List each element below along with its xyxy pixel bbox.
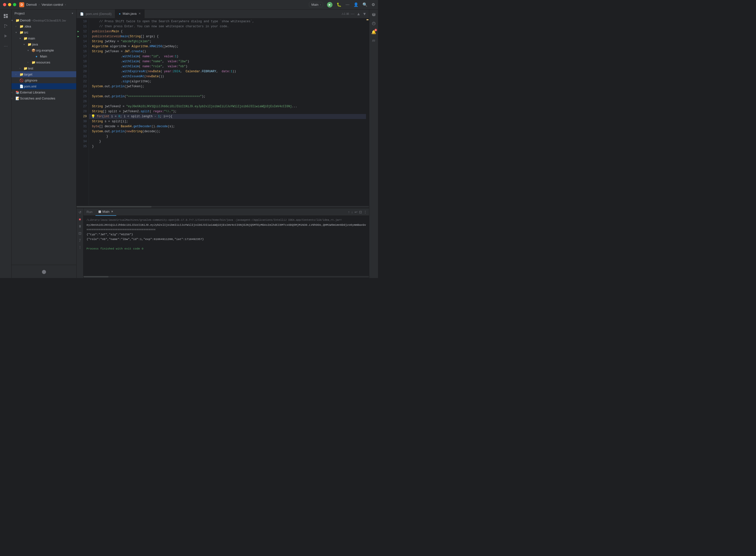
tab-close-icon[interactable]: ✕	[138, 12, 141, 15]
sidebar-item-idea[interactable]: › 📁 .idea	[11, 23, 76, 29]
editor-scrollbar[interactable]	[76, 206, 369, 208]
bottom-scrollbar[interactable]	[83, 276, 369, 278]
hint-bulb-icon[interactable]: 💡	[91, 114, 95, 119]
folder-icon: 📁	[15, 19, 20, 22]
titlebar-center: D Demo8 › Version control ›	[19, 2, 66, 7]
activity-more-icon[interactable]: ⋯	[1, 41, 10, 50]
bottom-tab-run[interactable]: Run	[83, 208, 96, 216]
tree-arrow-icon: ▾	[24, 43, 28, 46]
sidebar-item-pom-xml[interactable]: 📄 pom.xml	[11, 83, 76, 89]
search-icon[interactable]: 🔍	[363, 2, 368, 7]
tree-item-label: main	[28, 36, 74, 40]
svg-rect-1	[6, 14, 8, 15]
sidebar-item-java[interactable]: ▾ 📁 java	[11, 41, 76, 47]
sidebar-item-main-class[interactable]: ● Main	[11, 53, 76, 59]
line-num-33: 33	[76, 134, 89, 139]
collapse-icon[interactable]: ▲	[356, 11, 361, 17]
svg-marker-7	[4, 35, 7, 37]
code-line-25: System.out.println("====================…	[89, 94, 366, 99]
sidebar-item-target[interactable]: › 📁 target	[11, 71, 76, 77]
right-sidebar-notification-icon[interactable]: 🔔 2	[370, 29, 377, 35]
tree-item-label: .gitignore	[24, 78, 74, 82]
sidebar-item-external-libs[interactable]: › 📚 External Libraries	[11, 89, 76, 95]
vc-label[interactable]: Version control	[41, 3, 63, 6]
code-line-13: public static void main(String[] args) {	[89, 34, 366, 39]
code-line-32: System.out.println(new String(decode));	[89, 129, 366, 134]
sidebar-item-scratches[interactable]: › 📝 Scratches and Consoles	[11, 95, 76, 101]
bottom-tab-close-icon[interactable]: ✕	[111, 210, 113, 213]
right-panel: 📄 pom.xml (Demo8) ● Main.java ✕ ⚠1 ℹ6 ⋯ …	[76, 9, 369, 278]
folder-icon: 📁	[28, 42, 32, 46]
xml-icon: 📄	[20, 84, 24, 88]
debug-icon[interactable]: 🐛	[337, 2, 342, 7]
expand-icon[interactable]: ▼	[362, 11, 367, 17]
sidebar-item-gitignore[interactable]: 🚫 .gitignore	[11, 77, 76, 83]
output-line-sep: ========================================	[87, 227, 366, 232]
tab-pom-xml[interactable]: 📄 pom.xml (Demo8)	[76, 9, 115, 19]
tree-arrow-icon: ›	[11, 91, 15, 94]
terminal-icon[interactable]: ⬤	[39, 267, 48, 276]
activity-project-icon[interactable]	[1, 11, 10, 21]
code-editor[interactable]: // Press Shift twice to open the Search …	[89, 19, 366, 206]
tab-main-java[interactable]: ● Main.java ✕	[115, 9, 144, 19]
account-icon[interactable]: 👤	[353, 2, 358, 7]
sidebar-bottom-icons: ⬤	[11, 265, 76, 278]
sidebar-item-org-example[interactable]: ▾ 📦 org.example	[11, 47, 76, 53]
file-tree: ▾ 📁 Demo8 ~/Desktop/CS/JavaEE/5 Jav › 📁 …	[11, 17, 76, 265]
tree-arrow-icon: ›	[20, 67, 24, 70]
line-num-24: 24	[76, 89, 89, 94]
scrollbar-thumb[interactable]	[76, 206, 151, 208]
line-num-26: 26	[76, 99, 89, 104]
tabs-actions: ⚠1 ℹ6 ⋯ ▲ ▼	[340, 11, 369, 17]
stop-icon[interactable]: ■	[77, 216, 83, 222]
right-sidebar: 🔔 2 m	[369, 9, 378, 278]
right-sidebar-gradle-icon[interactable]	[370, 20, 377, 27]
filter-output-icon[interactable]: ⊡	[359, 210, 362, 214]
sidebar-item-demo8[interactable]: ▾ 📁 Demo8 ~/Desktop/CS/JavaEE/5 Jav	[11, 17, 76, 23]
xml-tab-icon: 📄	[80, 12, 84, 16]
fullscreen-button[interactable]	[13, 3, 16, 6]
bottom-tab-main[interactable]: Main ✕	[96, 208, 116, 216]
sidebar-item-src[interactable]: ▾ 📁 src	[11, 29, 76, 35]
minimize-button[interactable]	[8, 3, 11, 6]
close-button[interactable]	[3, 3, 6, 6]
restore-icon[interactable]: ⤴	[77, 237, 83, 243]
line-num-34: 34	[76, 139, 89, 144]
line-num-11: 11	[76, 24, 89, 29]
warning-badge: ⚠1	[342, 12, 345, 15]
rerun-icon[interactable]: ↺	[77, 209, 83, 215]
right-sidebar-m-icon[interactable]: m	[370, 37, 377, 44]
scroll-up-icon[interactable]: ↑	[348, 210, 350, 214]
more-output-icon[interactable]: ⋮	[364, 210, 367, 214]
code-line-16: String jwtToken = JWT.create()	[89, 49, 366, 54]
tree-item-label: Main	[40, 55, 74, 58]
tree-item-label: target	[24, 72, 74, 76]
editor-area[interactable]: 10 11 12 13 14 15 16 17 18 19 20 21 22 2…	[76, 19, 369, 206]
activity-run-icon[interactable]	[1, 32, 10, 40]
line-num-20: 20	[76, 69, 89, 74]
sidebar-item-test[interactable]: › 📁 test	[11, 65, 76, 71]
tabs-more-icon[interactable]: ⋯	[350, 11, 355, 17]
sidebar-item-resources[interactable]: › 📁 resources	[11, 59, 76, 65]
app-title: Demo8	[26, 3, 37, 6]
bottom-panel-content: ↺ ■ ⏸ ⊡ ⤴ ⋮ Run	[76, 208, 369, 278]
right-sidebar-db-icon[interactable]	[370, 11, 377, 19]
sidebar-item-main[interactable]: ▾ 📁 main	[11, 35, 76, 41]
svg-rect-2	[4, 17, 5, 18]
run-button[interactable]: ▶	[327, 2, 333, 7]
settings-icon[interactable]: ⚙	[372, 2, 375, 7]
more-options-icon[interactable]: ⋯	[345, 2, 349, 7]
filter-icon[interactable]: ⊡	[77, 230, 83, 236]
output-line-blank	[87, 242, 366, 246]
activity-git-icon[interactable]	[1, 22, 10, 31]
bottom-scrollbar-thumb[interactable]	[83, 276, 108, 278]
tree-item-label: org.example	[36, 48, 74, 52]
bottom-tabs: Run Main ✕ ↑ ↓ ↩ ⊡	[83, 208, 369, 216]
scroll-down-icon[interactable]: ↓	[351, 210, 353, 214]
pause-icon[interactable]: ⏸	[77, 223, 83, 229]
more-run-icon[interactable]: ⋮	[77, 244, 83, 250]
output-line-jwt: eyJ0eXAiOiJKV1QiLCJhbGciOiJIUzI1NiJ9.eyJ…	[87, 222, 366, 227]
line-num-23: 23	[76, 84, 89, 89]
run-config[interactable]: Main ›	[309, 2, 323, 7]
soft-wrap-icon[interactable]: ↩	[354, 210, 357, 214]
